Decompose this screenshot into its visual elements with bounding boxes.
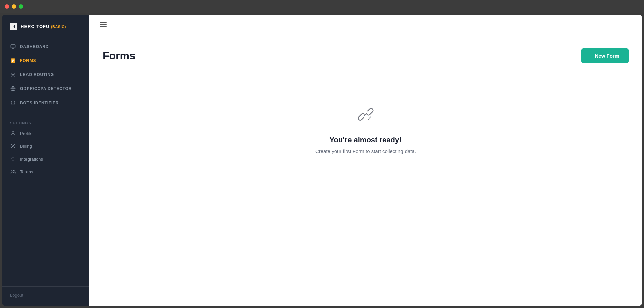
svg-rect-0	[11, 45, 15, 48]
sidebar-item-billing-label: Billing	[20, 144, 32, 149]
globe-icon	[10, 86, 16, 92]
sidebar-item-teams-label: Teams	[20, 169, 33, 174]
empty-state-title: You're almost ready!	[329, 136, 401, 144]
sidebar-item-profile-label: Profile	[20, 131, 33, 136]
sidebar-item-gdpr[interactable]: GDPR/CCPA DETECTOR	[2, 82, 89, 96]
sidebar-item-dashboard[interactable]: DASHBOARD	[2, 40, 89, 54]
gear-icon	[10, 72, 16, 78]
svg-point-17	[370, 117, 371, 118]
sidebar-item-billing[interactable]: Billing	[2, 140, 89, 152]
sidebar-item-teams[interactable]: Teams	[2, 165, 89, 178]
maximize-button[interactable]	[19, 4, 23, 9]
svg-rect-4	[12, 60, 14, 61]
sidebar-item-gdpr-label: GDPR/CCPA DETECTOR	[20, 86, 72, 91]
app-window: H HERO TOFU (BASIC) DASHBOARD	[2, 15, 642, 306]
dollar-icon	[10, 143, 16, 149]
sidebar-item-integrations-label: Integrations	[20, 157, 43, 162]
sidebar-item-forms-label: FORMS	[20, 58, 36, 63]
sidebar-item-forms[interactable]: FORMS	[2, 54, 89, 68]
main-content: Forms + New Form You're a	[89, 15, 642, 306]
logout-button[interactable]: Logout	[10, 293, 23, 298]
svg-point-13	[12, 170, 13, 171]
brand-text: HERO TOFU (BASIC)	[21, 23, 66, 29]
settings-section-label: SETTINGS	[2, 118, 89, 127]
empty-state-icon	[355, 104, 376, 126]
sidebar-footer: Logout	[2, 286, 89, 306]
new-form-button[interactable]: + New Form	[581, 48, 629, 63]
empty-state-subtitle: Create your first Form to start collecti…	[315, 148, 416, 154]
svg-point-18	[368, 119, 369, 120]
sidebar: H HERO TOFU (BASIC) DASHBOARD	[2, 15, 89, 306]
hamburger-line-3	[100, 26, 107, 27]
titlebar	[0, 0, 644, 13]
brand-area: H HERO TOFU (BASIC)	[2, 15, 89, 37]
svg-point-16	[369, 118, 370, 119]
page-title: Forms	[103, 50, 136, 62]
shield-icon	[10, 100, 16, 106]
sidebar-item-profile[interactable]: Profile	[2, 127, 89, 140]
sidebar-item-bots[interactable]: BOTS IDENTIFIER	[2, 96, 89, 110]
hamburger-button[interactable]	[99, 21, 108, 28]
main-nav: DASHBOARD FORMS	[2, 37, 89, 286]
sidebar-item-integrations[interactable]: Integrations	[2, 152, 89, 165]
brand-icon: H	[10, 23, 17, 30]
window-controls	[5, 4, 23, 9]
monitor-icon	[10, 44, 16, 50]
close-button[interactable]	[5, 4, 9, 9]
svg-point-6	[12, 74, 14, 75]
people-icon	[10, 169, 16, 175]
svg-point-10	[12, 132, 14, 133]
minimize-button[interactable]	[12, 4, 16, 9]
document-icon	[10, 58, 16, 64]
sidebar-item-lead-routing[interactable]: LEAD ROUTING	[2, 68, 89, 82]
nav-divider	[10, 114, 81, 114]
empty-state: You're almost ready! Create your first F…	[103, 77, 629, 174]
page-content: Forms + New Form You're a	[89, 35, 642, 306]
hamburger-line-2	[100, 24, 107, 25]
svg-rect-3	[12, 60, 14, 60]
svg-point-14	[13, 170, 15, 171]
page-header: Forms + New Form	[103, 48, 629, 63]
sidebar-item-lead-routing-label: LEAD ROUTING	[20, 72, 54, 77]
brand-plan: (BASIC)	[51, 25, 66, 29]
svg-rect-5	[12, 61, 13, 62]
hamburger-line-1	[100, 22, 107, 23]
svg-line-15	[364, 113, 367, 116]
puzzle-icon	[10, 156, 16, 162]
sidebar-item-bots-label: BOTS IDENTIFIER	[20, 101, 59, 105]
person-icon	[10, 130, 16, 136]
topbar	[89, 15, 642, 35]
brand-name: HERO TOFU	[21, 24, 49, 29]
sidebar-item-dashboard-label: DASHBOARD	[20, 44, 49, 49]
